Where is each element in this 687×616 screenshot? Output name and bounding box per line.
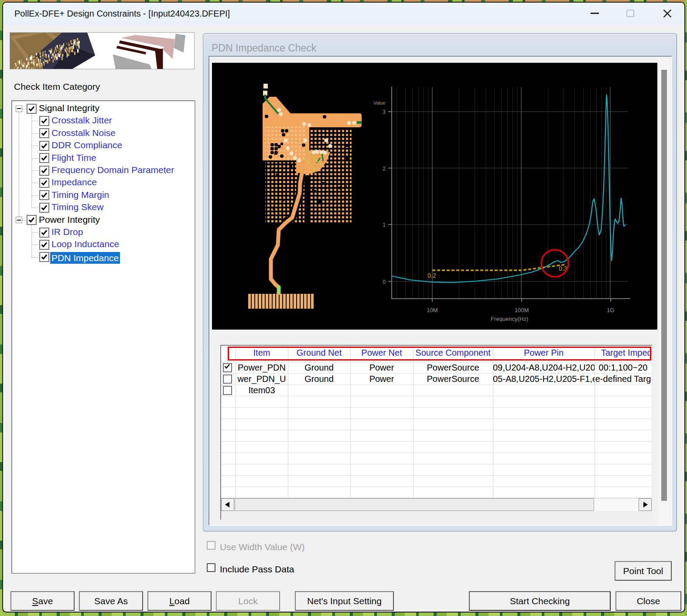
svg-text:1G: 1G	[607, 307, 614, 313]
svg-text:10M: 10M	[427, 307, 437, 313]
svg-text:3: 3	[383, 109, 386, 115]
svg-text:0: 0	[383, 279, 386, 285]
svg-text:Frequency(Hz): Frequency(Hz)	[491, 316, 528, 322]
svg-text:2: 2	[383, 166, 386, 172]
svg-text:1: 1	[383, 222, 386, 228]
svg-text:100M: 100M	[515, 307, 529, 313]
svg-text:0.2: 0.2	[427, 272, 436, 279]
svg-text:Value: Value	[373, 100, 385, 106]
